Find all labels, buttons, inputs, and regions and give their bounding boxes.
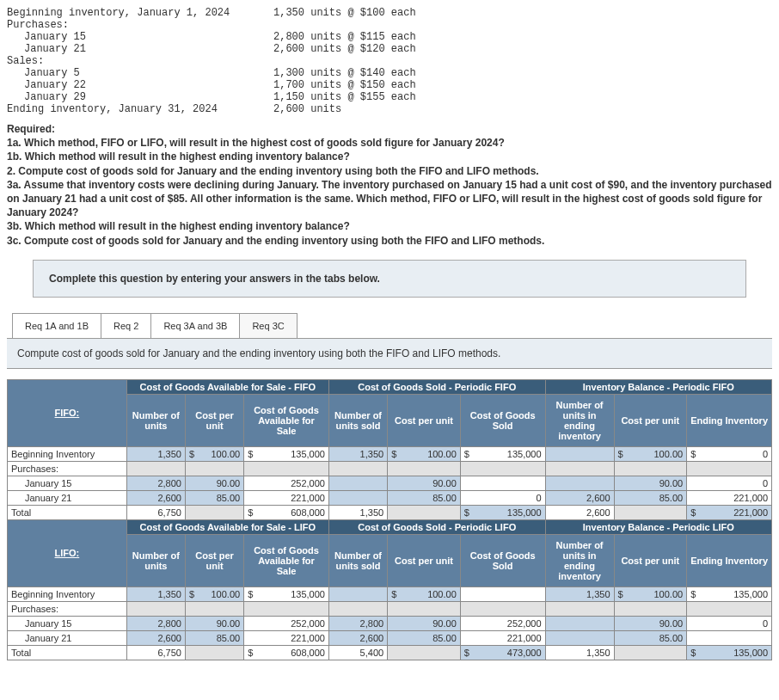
hdr-cogas-l: Cost of Goods Available for Sale [244,534,329,586]
lifo-j21-cogs: 221,000 [460,630,545,645]
table-row: January 15 2,800 90.00 252,000 2,800 90.… [8,616,772,630]
lifo-j15-einv: 0 [687,616,772,630]
fifo-label: FIFO: [8,379,127,446]
lifo-begin-einv: $135,000 [687,586,772,601]
row-begin-label: Beginning Inventory [8,446,127,461]
lifo-j21-endunits[interactable] [545,630,614,645]
hdr-num-end-l: Number of units in ending inventory [545,534,614,586]
fifo-j15-cpu[interactable]: 90.00 [185,476,243,490]
tabs-bar: Req 1A and 1B Req 2 Req 3A and 3B Req 3C [12,313,772,338]
fifo-begin-cpu[interactable]: $100.00 [185,446,243,461]
hdr-cogas-lifo: Cost of Goods Available for Sale - LIFO [126,519,328,534]
fifo-table: FIFO: Cost of Goods Available for Sale -… [7,379,772,660]
hdr-cpu-3: Cost per unit [614,394,687,446]
hdr-cogs-lifo: Cost of Goods Sold - Periodic LIFO [328,519,545,534]
lifo-j21-scpu[interactable]: 85.00 [388,630,461,645]
lifo-j15-scpu[interactable]: 90.00 [388,616,461,630]
tab-req-1a-1b[interactable]: Req 1A and 1B [12,313,101,338]
hdr-cogs-l: Cost of Goods Sold [460,534,545,586]
lifo-j15-cpu[interactable]: 90.00 [185,616,243,630]
hdr-num-sold-l: Number of units sold [328,534,387,586]
lifo-j21-ecpu[interactable]: 85.00 [614,630,687,645]
begin-inv-label: Beginning inventory, January 1, 2024 [7,7,273,19]
fifo-begin-einv: $0 [687,446,772,461]
lifo-begin-ecpu[interactable]: $100.00 [614,586,687,601]
hdr-cpu-l2: Cost per unit [388,534,461,586]
fifo-j21-cpu[interactable]: 85.00 [185,490,243,505]
sales-label: Sales: [7,55,273,67]
hdr-cpu: Cost per unit [185,394,243,446]
fifo-begin-sold[interactable]: 1,350 [328,446,387,461]
lifo-j21-sold[interactable]: 2,600 [328,630,387,645]
purchases-label: Purchases: [7,19,273,31]
fifo-j15-endunits[interactable] [545,476,614,490]
fifo-begin-units[interactable]: 1,350 [126,446,185,461]
fifo-begin-endunits[interactable] [545,446,614,461]
row-jan15-label-l: January 15 [8,616,127,630]
fifo-j21-sold[interactable] [328,490,387,505]
fifo-total-units: 6,750 [126,505,185,519]
hdr-ending: Ending Inventory [687,394,772,446]
fifo-j15-ecpu[interactable]: 90.00 [614,476,687,490]
table-row: Purchases: [8,461,772,476]
fifo-j15-einv: 0 [687,476,772,490]
table-row: Beginning Inventory 1,350 $100.00 $135,0… [8,446,772,461]
lifo-begin-sold[interactable] [328,586,387,601]
tab-description: Compute cost of goods sold for January a… [7,338,772,369]
fifo-total-cogas: $608,000 [244,505,329,519]
hdr-inv-lifo: Inventory Balance - Periodic LIFO [545,519,771,534]
req-3b: 3b. Which method will result in the high… [7,220,350,232]
lifo-j21-cpu[interactable]: 85.00 [185,630,243,645]
req-3a: 3a. Assume that inventory costs were dec… [7,179,772,218]
fifo-total-sold: 1,350 [328,505,387,519]
instruction-text: Complete this question by entering your … [49,273,380,285]
sale-jan29-val: 1,150 units @ $155 each [273,91,514,103]
tab-req-3c[interactable]: Req 3C [239,313,297,338]
required-block: Required: 1a. Which method, FIFO or LIFO… [7,122,772,248]
lifo-j15-cogs: 252,000 [460,616,545,630]
lifo-total-endunits: 1,350 [545,645,614,660]
hdr-cogas-fifo: Cost of Goods Available for Sale - FIFO [126,379,328,394]
hdr-cogas: Cost of Goods Available for Sale [244,394,329,446]
row-total-label: Total [8,505,127,519]
fifo-j21-scpu[interactable]: 85.00 [388,490,461,505]
hdr-num-units: Number of units [126,394,185,446]
purch-jan21-label: January 21 [7,43,273,55]
hdr-cpu-2: Cost per unit [388,394,461,446]
lifo-j21-units[interactable]: 2,600 [126,630,185,645]
tab-req-3a-3b[interactable]: Req 3A and 3B [150,313,240,338]
lifo-begin-cpu[interactable]: $100.00 [185,586,243,601]
hdr-ending-l: Ending Inventory [687,534,772,586]
tab-req-2[interactable]: Req 2 [101,313,151,338]
req-1a: 1a. Which method, FIFO or LIFO, will res… [7,137,505,149]
fifo-total-cogs: $135,000 [460,505,545,519]
lifo-j21-cogas: 221,000 [244,630,329,645]
sale-jan5-label: January 5 [7,67,273,79]
table-row: January 15 2,800 90.00 252,000 90.00 90.… [8,476,772,490]
table-row: January 21 2,600 85.00 221,000 2,600 85.… [8,630,772,645]
lifo-j15-sold[interactable]: 2,800 [328,616,387,630]
lifo-begin-units[interactable]: 1,350 [126,586,185,601]
lifo-begin-scpu[interactable]: $100.00 [388,586,461,601]
fifo-j21-units[interactable]: 2,600 [126,490,185,505]
inventory-data-block: Beginning inventory, January 1, 20241,35… [7,7,772,115]
fifo-begin-scpu[interactable]: $100.00 [388,446,461,461]
lifo-j15-ecpu[interactable]: 90.00 [614,616,687,630]
purch-jan15-val: 2,800 units @ $115 each [273,31,514,43]
fifo-j15-units[interactable]: 2,800 [126,476,185,490]
fifo-begin-ecpu[interactable]: $100.00 [614,446,687,461]
fifo-j21-endunits[interactable]: 2,600 [545,490,614,505]
lifo-begin-endunits[interactable]: 1,350 [545,586,614,601]
fifo-j15-cogas: 252,000 [244,476,329,490]
purch-jan15-label: January 15 [7,31,273,43]
fifo-j21-cogas: 221,000 [244,490,329,505]
fifo-j15-scpu[interactable]: 90.00 [388,476,461,490]
lifo-j15-endunits[interactable] [545,616,614,630]
lifo-total-sold: 5,400 [328,645,387,660]
fifo-j21-ecpu[interactable]: 85.00 [614,490,687,505]
lifo-j15-cogas: 252,000 [244,616,329,630]
fifo-total-einv: $221,000 [687,505,772,519]
fifo-j15-sold[interactable] [328,476,387,490]
lifo-j15-units[interactable]: 2,800 [126,616,185,630]
row-begin-label-l: Beginning Inventory [8,586,127,601]
